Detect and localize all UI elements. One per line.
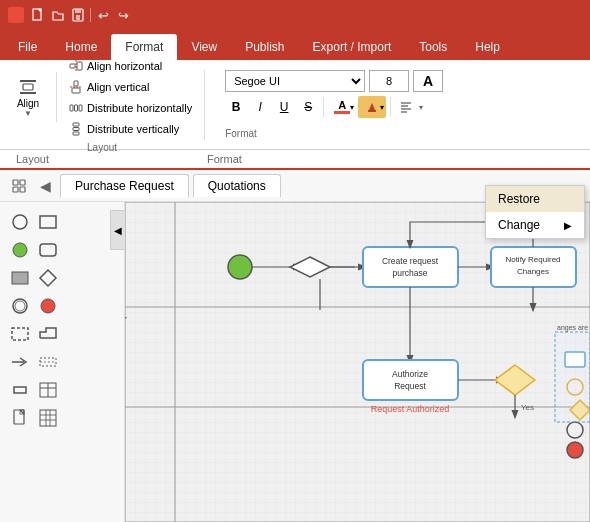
shape-empty-12 (92, 350, 116, 374)
shape-page[interactable] (8, 406, 32, 430)
layout-label: Layout (8, 153, 79, 165)
svg-rect-15 (75, 105, 78, 111)
shape-dashed-line-rect[interactable] (36, 350, 60, 374)
shape-grid[interactable] (36, 406, 60, 430)
new-icon[interactable] (30, 7, 46, 23)
authorize-request-shape[interactable] (363, 360, 458, 400)
shape-table[interactable] (36, 378, 60, 402)
create-request-shape[interactable] (363, 247, 458, 287)
bold-button[interactable]: B (225, 96, 247, 118)
doc-tab-quotations[interactable]: Quotations (193, 174, 281, 197)
shape-empty-1 (64, 210, 88, 234)
svg-rect-27 (13, 187, 18, 192)
shape-circle-outline[interactable] (8, 210, 32, 234)
shape-rounded-rect[interactable] (36, 238, 60, 262)
fill-color-button[interactable]: ▾ (358, 96, 386, 118)
svg-rect-11 (74, 81, 78, 86)
shape-dashed-rect[interactable] (8, 322, 32, 346)
svg-rect-14 (70, 105, 73, 111)
shape-empty-15 (64, 406, 88, 430)
align-button[interactable]: Align ▼ (8, 72, 48, 122)
distribute-vertical-button[interactable]: Distribute vertically (65, 120, 196, 138)
open-icon[interactable] (50, 7, 66, 23)
grid-view-icon[interactable] (8, 175, 30, 197)
shape-small-rect[interactable] (8, 378, 32, 402)
shape-empty-11 (64, 350, 88, 374)
diagram-canvas: Purchase Request Requester Boss (125, 202, 590, 522)
svg-rect-16 (79, 105, 82, 111)
underline-button[interactable]: U (273, 96, 295, 118)
context-restore[interactable]: Restore (486, 186, 584, 212)
svg-point-29 (13, 215, 27, 229)
svg-rect-18 (73, 127, 79, 130)
svg-text:Create request: Create request (382, 256, 439, 266)
svg-rect-7 (20, 92, 36, 94)
shape-empty-14 (92, 378, 116, 402)
strikethrough-button[interactable]: S (297, 96, 319, 118)
main-area: ◀ (0, 202, 590, 522)
font-size-increase[interactable]: A (413, 70, 443, 92)
tab-tools[interactable]: Tools (405, 34, 461, 60)
ribbon: Align ▼ Align horizontal (0, 60, 590, 150)
shape-circle-double[interactable] (8, 294, 32, 318)
svg-rect-42 (14, 387, 26, 393)
context-menu: Restore Change ▶ (485, 185, 585, 239)
svg-rect-17 (73, 123, 79, 126)
shape-diamond[interactable] (36, 266, 60, 290)
shape-empty-13 (64, 378, 88, 402)
shape-empty-8 (92, 294, 116, 318)
distribute-horizontal-button[interactable]: Distribute horizontally (65, 99, 196, 117)
app-icon (8, 7, 24, 23)
svg-rect-83 (555, 332, 590, 422)
tab-export-import[interactable]: Export / Import (299, 34, 406, 60)
context-change[interactable]: Change ▶ (486, 212, 584, 238)
shape-circle-green[interactable] (8, 238, 32, 262)
title-bar-icons: ↩ ↪ (30, 7, 131, 23)
svg-rect-26 (20, 180, 25, 185)
back-button[interactable]: ◀ (34, 175, 56, 197)
svg-rect-1 (39, 9, 41, 11)
shape-empty-10 (92, 322, 116, 346)
svg-rect-30 (40, 216, 56, 228)
shape-empty-3 (64, 238, 88, 262)
svg-rect-28 (20, 187, 25, 192)
svg-rect-3 (75, 9, 81, 13)
shape-arrow[interactable] (8, 350, 32, 374)
align-left-button[interactable] (395, 96, 417, 118)
shape-empty-16 (92, 406, 116, 430)
shape-step[interactable] (36, 322, 60, 346)
svg-text:Requester: Requester (125, 288, 127, 335)
svg-point-37 (41, 299, 55, 313)
tab-publish[interactable]: Publish (231, 34, 298, 60)
ribbon-labels: Layout Format (0, 150, 590, 170)
align-horizontal-button[interactable]: Align horizontal (65, 57, 196, 75)
save-icon[interactable] (70, 7, 86, 23)
separator (90, 8, 91, 22)
svg-text:purchase: purchase (393, 268, 428, 278)
doc-tab-purchase-request[interactable]: Purchase Request (60, 174, 189, 198)
svg-point-31 (13, 243, 27, 257)
panel-collapse-button[interactable]: ◀ (110, 210, 124, 250)
undo-icon[interactable]: ↩ (95, 7, 111, 23)
shape-empty-7 (64, 294, 88, 318)
redo-icon[interactable]: ↪ (115, 7, 131, 23)
svg-rect-5 (20, 80, 36, 82)
svg-point-82 (567, 442, 583, 458)
italic-button[interactable]: I (249, 96, 271, 118)
font-color-button[interactable]: A ▾ (328, 96, 356, 118)
svg-rect-12 (72, 88, 80, 93)
shape-rect-outline[interactable] (36, 210, 60, 234)
align-vertical-button[interactable]: Align vertical (65, 78, 196, 96)
tab-help[interactable]: Help (461, 34, 514, 60)
svg-text:anges are requ...: anges are requ... (557, 324, 590, 332)
svg-text:Request Authorized: Request Authorized (371, 404, 450, 414)
font-size-input[interactable] (369, 70, 409, 92)
shape-empty-5 (64, 266, 88, 290)
svg-rect-38 (12, 328, 28, 340)
svg-marker-34 (40, 270, 56, 286)
svg-rect-19 (73, 132, 79, 135)
shape-circle-red[interactable] (36, 294, 60, 318)
font-family-select[interactable]: Segoe UI (225, 70, 365, 92)
shape-rect-filled[interactable] (8, 266, 32, 290)
svg-rect-6 (23, 84, 33, 90)
